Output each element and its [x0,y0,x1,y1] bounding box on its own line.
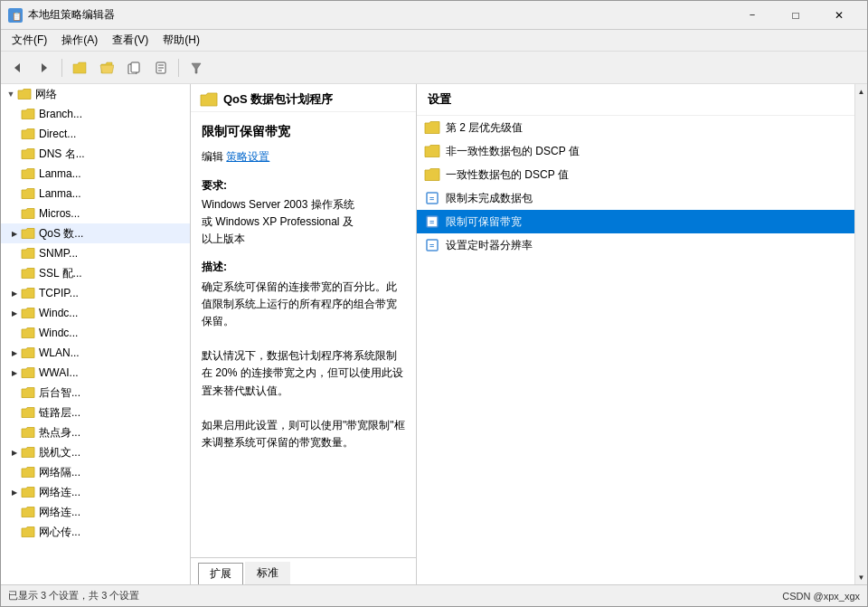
sidebar-item-4[interactable]: Lanma... [1,184,190,204]
sidebar-item-3[interactable]: Lanma... [1,164,190,184]
right-panel: 设置 第 2 层优先级值 非一致性数据包的 DSCP 值 [417,84,854,584]
back-button[interactable] [5,56,30,80]
app-icon: 📋 [8,8,23,23]
forward-button[interactable] [32,56,57,80]
sidebar-item-5[interactable]: Micros... [1,204,190,223]
tree-arrow-6: ▶ [8,227,21,240]
tab-extend[interactable]: 扩展 [198,563,243,584]
sidebar-item-label-2: DNS 名... [39,147,85,162]
sidebar-item-16[interactable]: 热点身... [1,422,190,442]
settings-item-label-1: 非一致性数据包的 DSCP 值 [446,144,580,159]
maximize-button[interactable]: □ [775,5,816,26]
minimize-button[interactable]: － [731,5,773,26]
folder-icon-18 [21,466,35,479]
sidebar-item-label-16: 热点身... [39,425,80,441]
sidebar-item-label-11: Windc... [39,327,78,339]
menu-view[interactable]: 查看(V) [105,31,156,51]
toolbar [1,52,867,84]
folder-icon-12 [21,346,35,359]
right-scrollbar: ▲ ▼ [854,84,867,584]
properties-button[interactable] [148,56,174,80]
copy-button[interactable] [121,56,146,80]
folder-button[interactable] [67,56,92,80]
folder-icon-9 [21,287,35,299]
sidebar-item-6[interactable]: ▶ QoS 数... [1,223,190,243]
folder-icon-20 [21,506,35,518]
settings-item-4[interactable]: = 限制可保留带宽 [417,210,854,233]
panel-header: QoS 数据包计划程序 [191,84,416,112]
sidebar-item-19[interactable]: ▶ 网络连... [1,482,190,502]
sidebar-item-17[interactable]: ▶ 脱机文... [1,442,190,462]
sidebar-item-15[interactable]: 链路层... [1,403,190,422]
status-left: 已显示 3 个设置，共 3 个设置 [8,589,139,602]
tree-arrow-9: ▶ [8,287,21,299]
sidebar-item-14[interactable]: 后台智... [1,383,190,403]
policy-settings-icon-4: = [424,214,440,229]
settings-item-label-3: 限制未完成数据包 [446,191,533,206]
close-button[interactable]: ✕ [818,5,860,26]
edit-policy-link[interactable]: 策略设置 [226,150,269,163]
menu-file[interactable]: 文件(F) [5,31,54,51]
tab-standard[interactable]: 标准 [245,562,290,584]
sidebar-item-13[interactable]: ▶ WWAI... [1,363,190,383]
folder-icon-11 [21,327,35,339]
toolbar-sep-1 [61,59,62,77]
sidebar-item-9[interactable]: ▶ TCPIP... [1,283,190,303]
svg-text:=: = [429,242,434,251]
folder-settings-icon-1 [424,144,440,158]
settings-item-3[interactable]: = 限制未完成数据包 [417,186,854,210]
description-text: 确定系统可保留的连接带宽的百分比。此值限制系统上运行的所有程序的组合带宽保留。 … [202,279,405,452]
menu-help[interactable]: 帮助(H) [156,31,207,51]
settings-item-label-4: 限制可保留带宽 [446,214,522,230]
settings-item-1[interactable]: 非一致性数据包的 DSCP 值 [417,139,854,163]
sidebar-item-label-20: 网络连... [39,505,80,520]
svg-marker-2 [14,63,20,72]
sidebar-item-20[interactable]: 网络连... [1,502,190,522]
settings-list: 第 2 层优先级值 非一致性数据包的 DSCP 值 一致性数据包的 DSCP 值 [417,116,854,584]
folder-icon-2 [21,147,35,160]
sidebar-item-0[interactable]: Branch... [1,104,190,124]
menu-action[interactable]: 操作(A) [54,31,105,51]
sidebar-item-12[interactable]: ▶ WLAN... [1,343,190,363]
sidebar-item-2[interactable]: DNS 名... [1,144,190,164]
sidebar-item-1[interactable]: Direct... [1,124,190,144]
edit-label: 编辑 [202,150,223,163]
folder-icon-16 [21,426,35,439]
sidebar: ▼ 网络 Branch... Direct... [1,84,191,584]
settings-item-5[interactable]: = 设置定时器分辨率 [417,233,854,257]
folder-icon-0 [21,108,35,120]
policy-settings-icon-5: = [424,238,440,252]
sidebar-item-21[interactable]: 网心传... [1,522,190,542]
filter-button[interactable] [184,56,209,80]
sidebar-item-label-4: Lanma... [39,187,81,200]
policy-settings-icon-3: = [424,191,440,205]
toolbar-sep-2 [178,59,179,77]
status-bar: 已显示 3 个设置，共 3 个设置 CSDN @xpx_xgx [1,584,867,606]
sidebar-item-7[interactable]: SNMP... [1,243,190,263]
sidebar-item-8[interactable]: SSL 配... [1,263,190,283]
settings-item-label-0: 第 2 层优先级值 [446,120,523,136]
sidebar-item-10[interactable]: ▶ Windc... [1,303,190,323]
tree-arrow-19: ▶ [8,486,21,498]
open-button[interactable] [94,56,119,80]
scroll-track [855,99,867,570]
sidebar-item-label-17: 脱机文... [39,445,80,460]
folder-icon-8 [21,267,35,280]
panel-header-folder-icon [200,91,218,108]
tree-root-network[interactable]: ▼ 网络 [1,84,190,104]
settings-item-0[interactable]: 第 2 层优先级值 [417,116,854,139]
folder-icon-5 [21,207,35,220]
panel-body: 限制可保留带宽 编辑 策略设置 要求: Windows Server 2003 … [191,112,416,557]
folder-icon-10 [21,307,35,319]
svg-rect-5 [131,62,139,72]
right-panel-header: 设置 [417,84,854,116]
scroll-up-btn[interactable]: ▲ [855,84,867,99]
folder-icon-17 [21,446,35,459]
sidebar-item-11[interactable]: Windc... [1,323,190,343]
scroll-down-btn[interactable]: ▼ [855,570,867,584]
sidebar-item-18[interactable]: 网络隔... [1,462,190,482]
folder-icon-4 [21,187,35,200]
settings-item-2[interactable]: 一致性数据包的 DSCP 值 [417,163,854,186]
policy-title: 限制可保留带宽 [202,121,405,141]
sidebar-item-label-1: Direct... [39,128,76,140]
